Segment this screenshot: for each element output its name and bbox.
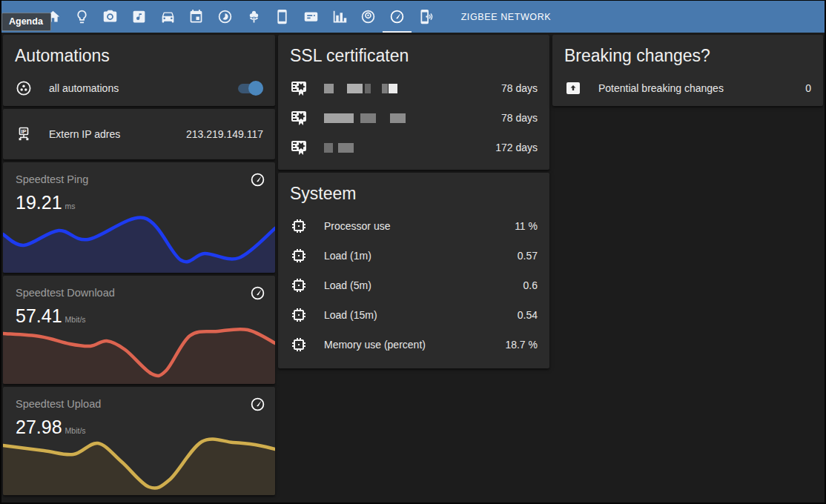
tab-plants[interactable] xyxy=(239,1,268,33)
card-title: Speedtest Upload xyxy=(3,387,275,410)
card-title: SSL certificaten xyxy=(278,35,549,73)
card-title: Speedtest Download xyxy=(3,276,275,299)
dashboard: Agenda ZIGBEE NETWORK Automations xyxy=(1,1,825,503)
card-title: Speedtest Ping xyxy=(3,162,275,185)
entity-label: Processor use xyxy=(324,220,506,232)
upload-sparkline-chart xyxy=(3,432,275,495)
camera-icon xyxy=(102,9,118,24)
entity-value: 78 days xyxy=(501,112,538,124)
svg-text:IP: IP xyxy=(21,128,26,135)
gauge-icon xyxy=(250,397,265,412)
speedtest-download-card[interactable]: Speedtest Download 57.41Mbit/s xyxy=(3,276,275,384)
entity-label: Memory use (percent) xyxy=(324,339,496,351)
entity-row-memory-use[interactable]: Memory use (percent) 18.7 % xyxy=(278,330,549,359)
tab-speedtest[interactable] xyxy=(383,1,412,33)
entity-row-load-15m[interactable]: Load (15m) 0.54 xyxy=(278,300,549,330)
entity-row-ssl-cert[interactable]: 78 days xyxy=(278,103,549,133)
chip-icon xyxy=(290,336,308,354)
tab-phone[interactable] xyxy=(268,1,297,33)
system-card: Systeem Processor use 11 % Load (1m) 0.5… xyxy=(278,173,549,368)
fan-icon xyxy=(217,9,233,24)
tab-climate[interactable] xyxy=(211,1,239,33)
breaking-changes-card: Breaking changes? Potential breaking cha… xyxy=(552,35,823,106)
entity-row-load-1m[interactable]: Load (1m) 0.57 xyxy=(278,241,549,271)
bar-chart-icon xyxy=(332,9,348,24)
chip-icon xyxy=(290,276,308,294)
entity-value: 11 % xyxy=(515,220,538,232)
entity-row-ssl-cert[interactable]: 172 days xyxy=(278,133,549,162)
tab-media-box[interactable] xyxy=(297,1,326,33)
certificate-icon xyxy=(290,79,308,97)
certificate-icon xyxy=(290,139,308,156)
tablet-sound-icon xyxy=(418,9,434,24)
entity-row-load-5m[interactable]: Load (5m) 0.6 xyxy=(278,271,549,300)
tab-webcam[interactable] xyxy=(354,1,383,33)
entity-row-extern-ip[interactable]: IP Extern IP adres 213.219.149.117 xyxy=(3,109,275,159)
download-sparkline-chart xyxy=(3,322,275,384)
package-up-icon xyxy=(564,79,582,97)
gauge-icon xyxy=(389,9,405,24)
tab-media[interactable] xyxy=(125,1,153,33)
redacted-entity-name xyxy=(324,113,492,123)
ssl-certificates-card: SSL certificaten 78 days 78 days 172 day… xyxy=(278,35,549,170)
entity-value: 18.7 % xyxy=(505,339,538,351)
tab-calendar[interactable] xyxy=(182,1,211,33)
redacted-entity-name xyxy=(324,143,486,153)
card-title: Systeem xyxy=(278,173,549,211)
entity-row-ssl-cert[interactable]: 78 days xyxy=(278,73,549,103)
tab-zigbee-network[interactable]: ZIGBEE NETWORK xyxy=(461,1,552,33)
entity-label: Load (5m) xyxy=(324,279,515,291)
automations-card: Automations all automations xyxy=(3,35,275,106)
tab-cameras[interactable] xyxy=(96,1,125,33)
ip-network-icon: IP xyxy=(15,125,33,143)
entity-label: all automations xyxy=(49,82,238,94)
flower-icon xyxy=(246,9,262,24)
ping-sparkline-chart xyxy=(3,208,275,273)
entity-row-breaking-changes[interactable]: Potential breaking changes 0 xyxy=(552,73,823,106)
phone-icon xyxy=(274,9,290,24)
chip-icon xyxy=(290,306,308,324)
entity-row-processor-use[interactable]: Processor use 11 % xyxy=(278,211,549,241)
entity-value: 78 days xyxy=(501,82,538,94)
webcam-icon xyxy=(360,9,376,24)
app-header: Agenda ZIGBEE NETWORK xyxy=(1,1,825,33)
all-automations-toggle[interactable] xyxy=(238,81,263,96)
entity-row-all-automations[interactable]: all automations xyxy=(3,73,275,106)
music-box-icon xyxy=(131,9,147,24)
entity-value: 0.6 xyxy=(523,279,538,291)
entity-value: 172 days xyxy=(495,142,538,153)
screen: Agenda ZIGBEE NETWORK Automations xyxy=(0,0,826,504)
entity-value: 0 xyxy=(805,82,811,94)
entity-value: 213.219.149.117 xyxy=(186,128,263,140)
car-icon xyxy=(160,9,176,24)
gauge-icon xyxy=(250,285,265,301)
agenda-tab-tooltip[interactable]: Agenda xyxy=(1,13,51,31)
chip-icon xyxy=(290,217,308,235)
tab-bar xyxy=(39,1,440,33)
extern-ip-card: IP Extern IP adres 213.219.149.117 xyxy=(3,109,275,159)
tab-statistics[interactable] xyxy=(326,1,354,33)
lightbulb-icon xyxy=(74,9,90,24)
redacted-entity-name xyxy=(324,84,492,93)
card-title: Automations xyxy=(3,35,275,73)
tab-car[interactable] xyxy=(153,1,182,33)
entity-value: 0.57 xyxy=(518,250,538,262)
certificate-icon xyxy=(290,109,308,127)
entity-label: Extern IP adres xyxy=(49,128,177,140)
tab-tablet[interactable] xyxy=(412,1,440,33)
card-title: Breaking changes? xyxy=(552,35,823,73)
media-box-icon xyxy=(303,9,319,24)
entity-label: Potential breaking changes xyxy=(598,82,796,94)
chip-icon xyxy=(290,247,308,265)
speedtest-ping-card[interactable]: Speedtest Ping 19.21ms xyxy=(3,162,275,273)
gauge-icon xyxy=(250,172,265,188)
tab-lights[interactable] xyxy=(67,1,96,33)
calendar-icon xyxy=(188,9,204,24)
entity-label: Load (15m) xyxy=(324,309,509,321)
dashboard-columns: Automations all automations IP Ext xyxy=(1,33,825,495)
entity-value: 0.54 xyxy=(518,309,538,321)
entity-label: Load (1m) xyxy=(324,250,509,262)
speedtest-upload-card[interactable]: Speedtest Upload 27.98Mbit/s xyxy=(3,387,275,495)
robot-icon xyxy=(15,79,33,97)
